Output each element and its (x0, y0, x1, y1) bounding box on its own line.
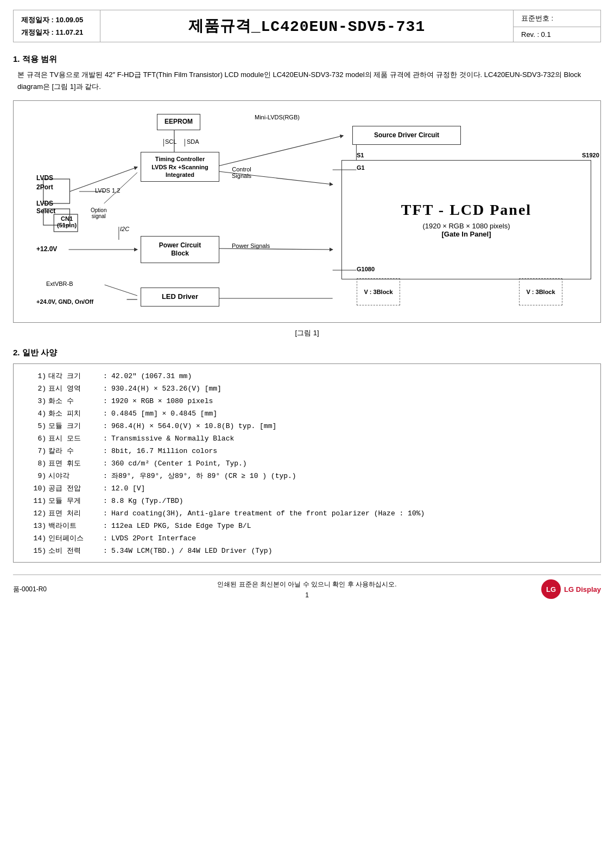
scl-label: SCL (165, 138, 176, 145)
lvds-select-text: LVDSSelect (36, 200, 55, 215)
doc-number: 품-0001-R0 (13, 585, 78, 594)
led-driver-text: LED Driver (162, 292, 198, 302)
spec-row: 2) 표시 영역 : 930.24(H) × 523.26(V) [mm] (30, 382, 590, 394)
control-signals-text: ControlSignals (232, 166, 251, 179)
spec-key: 칼라 수 (48, 446, 97, 456)
spec-val: 12.0 [V] (111, 484, 590, 493)
tft-panel-sub2: [Gate In Panel] (441, 230, 491, 238)
표준번호-row: 표준번호 : (514, 10, 600, 27)
spec-row: 3) 화소 수 : 1920 × RGB × 1080 pixels (30, 394, 590, 407)
diagram-caption: [그림 1] (0, 328, 614, 338)
control-signals-label: ControlSignals (232, 166, 251, 179)
spec-num: 9) (30, 472, 46, 480)
g1080-label: G1080 (357, 266, 375, 272)
v-block-right: V : 3Block (519, 278, 562, 305)
footer-page: 1 (78, 591, 536, 599)
spec-colon: : (99, 435, 111, 443)
spec-val: 930.24(H) × 523.26(V) [mm] (111, 385, 590, 393)
spec-key: 공급 전압 (48, 483, 97, 493)
spec-colon: : (99, 522, 111, 530)
spec-val: 42.02″ (1067.31 mm) (111, 372, 590, 380)
svg-line-16 (105, 285, 137, 296)
document-footer: 품-0001-R0 인쇄된 표준은 최신본이 아닐 수 있으니 확인 후 사용하… (13, 575, 601, 599)
v-block-left: V : 3Block (357, 278, 400, 305)
spec-key: 표시 영역 (48, 384, 97, 393)
spec-key: 화소 수 (48, 396, 97, 406)
s1-label: S1 (357, 152, 364, 158)
tft-panel-sub: (1920 × RGB × 1080 pixels) (422, 222, 510, 230)
extvbr-label: ExtVBR-B (46, 280, 73, 287)
spec-colon: : (99, 447, 111, 455)
spec-colon: : (99, 385, 111, 393)
lvds-select-label: LVDSSelect (36, 200, 55, 215)
개정일자-label: 개정일자 : (21, 28, 56, 36)
spec-val: Transmissive & Normally Black (111, 435, 590, 443)
spec-val: 112ea LED PKG, Side Edge Type B/L (111, 522, 590, 530)
spec-colon: : (99, 422, 111, 430)
spec-colon: : (99, 397, 111, 405)
spec-colon: : (99, 459, 111, 468)
spec-key: 소비 전력 (48, 546, 97, 556)
section-1-title: 1. 적용 범위 (13, 54, 601, 65)
spec-val: 1920 × RGB × 1080 pixels (111, 397, 590, 405)
spec-val: 5.34W LCM(TBD.) / 84W LED Driver (Typ) (111, 547, 590, 555)
spec-key: 인터페이스 (48, 533, 97, 543)
spec-row: 6) 표시 모드 : Transmissive & Normally Black (30, 432, 590, 444)
spec-num: 6) (30, 435, 46, 443)
spec-val: 968.4(H) × 564.0(V) × 10.8(B) typ. [mm] (111, 422, 590, 430)
timing-ctrl-box: Timing ControllerLVDS Rx +ScanningIntegr… (141, 152, 219, 182)
spec-val: 8.8 Kg (Typ./TBD) (111, 497, 590, 505)
spec-row: 15) 소비 전력 : 5.34W LCM(TBD.) / 84W LED Dr… (30, 544, 590, 557)
tft-panel-title: TFT - LCD Panel (401, 201, 531, 219)
source-driver-box: Source Driver Circuit (352, 126, 461, 145)
lg-display-text: LG Display (564, 585, 601, 593)
spec-key: 표면 휘도 (48, 458, 97, 468)
spec-num: 8) (30, 459, 46, 468)
spec-colon: : (99, 509, 111, 518)
rev-row: Rev. : 0.1 (514, 27, 600, 42)
i2c-label: I2C (120, 226, 129, 232)
spec-val: 8bit, 16.7 Million colors (111, 447, 590, 455)
spec-row: 9) 시야각 : 좌89°, 우89°, 상89°, 하 89° (CR ≥ 1… (30, 469, 590, 482)
spec-num: 4) (30, 410, 46, 418)
document-title: 제품규격_LC420EUN-SDV5-731 (100, 10, 514, 42)
spec-num: 11) (30, 497, 46, 505)
svg-line-11 (214, 136, 343, 167)
section-2: 2. 일반 사양 1) 대각 크기 : 42.02″ (1067.31 mm) … (13, 348, 601, 563)
제정일자-value: 10.09.05 (56, 16, 84, 24)
spec-val: 360 cd/m² (Center 1 Point, Typ.) (111, 459, 590, 468)
footer-logo: LG LG Display (536, 579, 601, 599)
spec-row: 8) 표면 휘도 : 360 cd/m² (Center 1 Point, Ty… (30, 457, 590, 469)
spec-key: 모듈 무게 (48, 496, 97, 506)
spec-colon: : (99, 472, 111, 480)
spec-key: 대각 크기 (48, 371, 97, 381)
spec-key: 표시 모드 (48, 433, 97, 443)
mini-lvds-label: Mini-LVDS(RGB) (255, 114, 300, 120)
spec-colon: : (99, 547, 111, 555)
spec-num: 13) (30, 522, 46, 530)
lvds12-label: LVDS 1,2 (95, 187, 120, 194)
spec-key: 표면 처리 (48, 508, 97, 518)
lg-icon: LG (541, 579, 561, 599)
spec-num: 10) (30, 484, 46, 493)
spec-num: 1) (30, 372, 46, 380)
spec-row: 5) 모듈 크기 : 968.4(H) × 564.0(V) × 10.8(B)… (30, 419, 590, 432)
power-circuit-box: Power CircuitBlock (141, 236, 219, 263)
spec-row: 4) 화소 피치 : 0.4845 [mm] × 0.4845 [mm] (30, 407, 590, 419)
plus24v-label: +24.0V, GND, On/Off (36, 298, 93, 305)
spec-key: 모듈 크기 (48, 421, 97, 431)
spec-colon: : (99, 484, 111, 493)
document-header: 제정일자 : 10.09.05 개정일자 : 11.07.21 제품규격_LC4… (13, 10, 601, 42)
header-revision: 표준번호 : Rev. : 0.1 (514, 10, 600, 42)
spec-val: LVDS 2Port Interface (111, 534, 590, 542)
개정일자-value: 11.07.21 (56, 28, 84, 36)
spec-row: 13) 백라이트 : 112ea LED PKG, Side Edge Type… (30, 519, 590, 532)
spec-row: 7) 칼라 수 : 8bit, 16.7 Million colors (30, 444, 590, 457)
spec-colon: : (99, 372, 111, 380)
s1920-label: S1920 (582, 152, 599, 158)
led-driver-box: LED Driver (141, 288, 219, 307)
section-2-title: 2. 일반 사양 (13, 348, 601, 358)
lvds-2port-label: LVDS2Port (36, 174, 53, 192)
spec-row: 12) 표면 처리 : Hard coating(3H), Anti-glare… (30, 507, 590, 519)
spec-row: 1) 대각 크기 : 42.02″ (1067.31 mm) (30, 369, 590, 382)
